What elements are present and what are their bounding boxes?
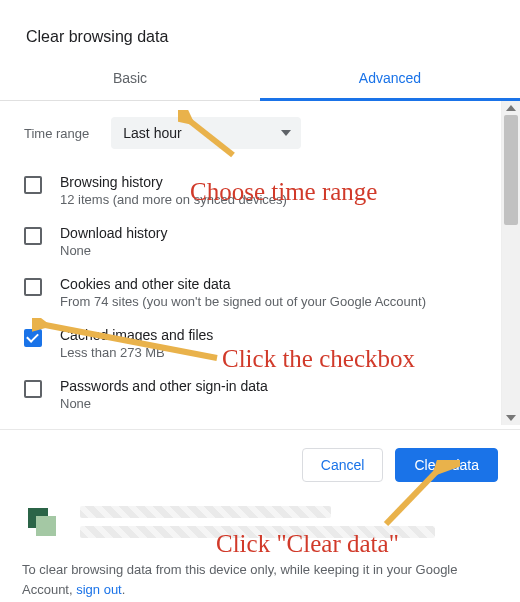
checkbox-cached[interactable] bbox=[24, 329, 42, 347]
checkbox-download-history[interactable] bbox=[24, 227, 42, 245]
sign-out-link[interactable]: sign out bbox=[76, 582, 122, 597]
cancel-button[interactable]: Cancel bbox=[302, 448, 384, 482]
option-download-history: Download historyNone bbox=[24, 216, 490, 267]
option-detail: None bbox=[60, 396, 268, 411]
account-footer: To clear browsing data from this device … bbox=[0, 496, 520, 599]
option-cached: Cached images and filesLess than 273 MB bbox=[24, 318, 490, 369]
time-range-label: Time range bbox=[24, 126, 89, 141]
clear-browsing-data-dialog: Clear browsing data Basic Advanced Time … bbox=[0, 0, 520, 602]
checkbox-browsing-history[interactable] bbox=[24, 176, 42, 194]
time-range-row: Time range Last hour bbox=[24, 107, 490, 165]
dialog-actions: Cancel Clear data bbox=[0, 430, 520, 496]
tab-advanced[interactable]: Advanced bbox=[260, 60, 520, 101]
checkbox-passwords[interactable] bbox=[24, 380, 42, 398]
option-detail: From 74 sites (you won't be signed out o… bbox=[60, 294, 426, 309]
options-scroll-area: Time range Last hour Browsing history12 … bbox=[0, 101, 520, 425]
checkbox-cookies[interactable] bbox=[24, 278, 42, 296]
option-title: Browsing history bbox=[60, 174, 287, 190]
avatar bbox=[22, 502, 62, 542]
option-detail: None bbox=[60, 243, 167, 258]
option-cookies: Cookies and other site dataFrom 74 sites… bbox=[24, 267, 490, 318]
profile-placeholder bbox=[80, 506, 498, 538]
scrollbar-thumb[interactable] bbox=[504, 115, 518, 225]
scrollbar[interactable] bbox=[501, 101, 520, 425]
option-passwords: Passwords and other sign-in dataNone bbox=[24, 369, 490, 420]
option-title: Passwords and other sign-in data bbox=[60, 378, 268, 394]
option-title: Cached images and files bbox=[60, 327, 213, 343]
option-autofill: Autofill form data bbox=[24, 420, 490, 425]
footer-text: To clear browsing data from this device … bbox=[22, 560, 498, 599]
option-title: Cookies and other site data bbox=[60, 276, 426, 292]
option-detail: 12 items (and more on synced devices) bbox=[60, 192, 287, 207]
clear-data-button[interactable]: Clear data bbox=[395, 448, 498, 482]
time-range-select-wrap: Last hour bbox=[111, 117, 301, 149]
footer-text-post: . bbox=[122, 582, 126, 597]
option-detail: Less than 273 MB bbox=[60, 345, 213, 360]
option-browsing-history: Browsing history12 items (and more on sy… bbox=[24, 165, 490, 216]
tab-basic[interactable]: Basic bbox=[0, 60, 260, 100]
tab-bar: Basic Advanced bbox=[0, 60, 520, 101]
time-range-select[interactable]: Last hour bbox=[111, 117, 301, 149]
dialog-title: Clear browsing data bbox=[0, 0, 520, 60]
option-title: Download history bbox=[60, 225, 167, 241]
